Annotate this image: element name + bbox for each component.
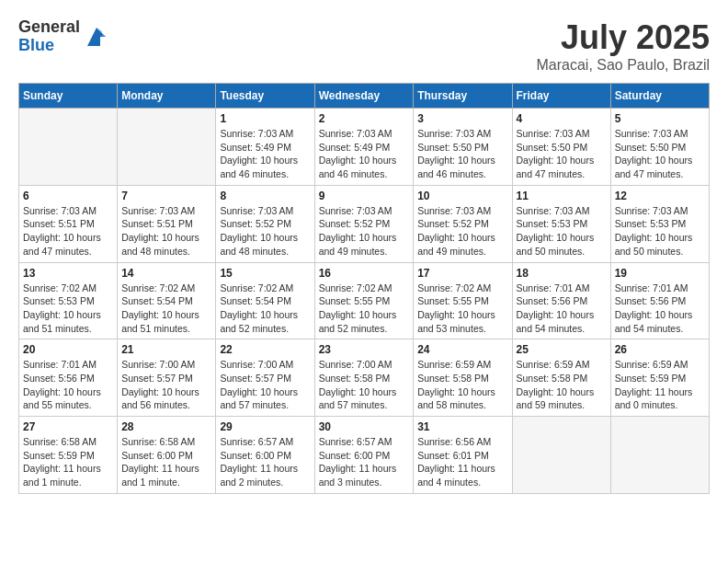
calendar-cell: 8Sunrise: 7:03 AMSunset: 5:52 PMDaylight…	[216, 185, 314, 262]
calendar-cell: 22Sunrise: 7:00 AMSunset: 5:57 PMDayligh…	[216, 339, 314, 417]
day-number: 14	[121, 267, 211, 280]
calendar-cell: 6Sunrise: 7:03 AMSunset: 5:51 PMDaylight…	[19, 185, 118, 262]
week-row-5: 27Sunrise: 6:58 AMSunset: 5:59 PMDayligh…	[19, 417, 710, 494]
calendar-cell: 18Sunrise: 7:01 AMSunset: 5:56 PMDayligh…	[512, 262, 610, 339]
day-number: 16	[319, 267, 410, 280]
calendar-cell: 30Sunrise: 6:57 AMSunset: 6:00 PMDayligh…	[314, 417, 414, 494]
calendar-cell: 5Sunrise: 7:03 AMSunset: 5:50 PMDaylight…	[610, 109, 709, 186]
calendar-cell: 27Sunrise: 6:58 AMSunset: 5:59 PMDayligh…	[19, 417, 118, 494]
day-number: 28	[121, 420, 211, 433]
calendar-cell: 16Sunrise: 7:02 AMSunset: 5:55 PMDayligh…	[314, 262, 414, 339]
week-row-1: 1Sunrise: 7:03 AMSunset: 5:49 PMDaylight…	[19, 109, 710, 186]
calendar-subtitle: Maracai, Sao Paulo, Brazil	[536, 57, 710, 74]
calendar-cell: 31Sunrise: 6:56 AMSunset: 6:01 PMDayligh…	[414, 417, 512, 494]
day-number: 30	[319, 420, 410, 433]
day-number: 18	[517, 267, 607, 280]
calendar-cell: 1Sunrise: 7:03 AMSunset: 5:49 PMDaylight…	[216, 109, 314, 186]
day-info: Sunrise: 7:02 AMSunset: 5:54 PMDaylight:…	[220, 282, 310, 336]
day-number: 2	[319, 112, 410, 125]
day-number: 6	[23, 190, 113, 202]
day-info: Sunrise: 7:02 AMSunset: 5:55 PMDaylight:…	[417, 282, 507, 336]
week-row-3: 13Sunrise: 7:02 AMSunset: 5:53 PMDayligh…	[19, 262, 710, 339]
calendar-cell: 20Sunrise: 7:01 AMSunset: 5:56 PMDayligh…	[19, 339, 118, 417]
weekday-header-sunday: Sunday	[19, 84, 118, 109]
day-info: Sunrise: 6:58 AMSunset: 5:59 PMDaylight:…	[23, 435, 113, 489]
day-number: 26	[615, 343, 705, 356]
weekday-header-friday: Friday	[512, 84, 610, 109]
day-number: 19	[615, 267, 705, 280]
calendar-cell	[118, 109, 216, 186]
calendar-cell	[19, 109, 118, 186]
calendar-cell: 11Sunrise: 7:03 AMSunset: 5:53 PMDayligh…	[512, 185, 610, 262]
day-number: 15	[220, 267, 310, 280]
day-number: 10	[417, 190, 507, 202]
day-info: Sunrise: 7:01 AMSunset: 5:56 PMDaylight:…	[23, 358, 113, 412]
calendar-cell: 4Sunrise: 7:03 AMSunset: 5:50 PMDaylight…	[512, 109, 610, 186]
day-number: 11	[517, 190, 607, 202]
day-info: Sunrise: 7:03 AMSunset: 5:50 PMDaylight:…	[517, 127, 607, 181]
calendar-cell: 28Sunrise: 6:58 AMSunset: 6:00 PMDayligh…	[118, 417, 216, 494]
day-number: 12	[615, 190, 705, 202]
calendar-cell: 9Sunrise: 7:03 AMSunset: 5:52 PMDaylight…	[314, 185, 414, 262]
day-number: 13	[23, 267, 113, 280]
calendar-cell	[512, 417, 610, 494]
day-number: 21	[121, 343, 211, 356]
day-info: Sunrise: 7:03 AMSunset: 5:51 PMDaylight:…	[121, 204, 211, 259]
day-number: 31	[417, 420, 507, 433]
logo-general-text: General	[18, 18, 80, 37]
calendar-body: 1Sunrise: 7:03 AMSunset: 5:49 PMDaylight…	[19, 109, 710, 494]
day-number: 9	[319, 190, 410, 202]
day-info: Sunrise: 7:03 AMSunset: 5:49 PMDaylight:…	[319, 127, 410, 181]
logo-blue-text: Blue	[18, 37, 80, 55]
weekday-header-wednesday: Wednesday	[314, 84, 414, 109]
day-number: 4	[517, 112, 607, 125]
day-number: 20	[23, 343, 113, 356]
page-header: General Blue July 2025 Maracai, Sao Paul…	[18, 18, 710, 74]
calendar-cell: 24Sunrise: 6:59 AMSunset: 5:58 PMDayligh…	[414, 339, 512, 417]
calendar-header: SundayMondayTuesdayWednesdayThursdayFrid…	[19, 84, 710, 109]
logo-icon	[84, 24, 109, 50]
day-number: 25	[517, 343, 607, 356]
calendar-cell: 2Sunrise: 7:03 AMSunset: 5:49 PMDaylight…	[314, 109, 414, 186]
calendar-cell: 15Sunrise: 7:02 AMSunset: 5:54 PMDayligh…	[216, 262, 314, 339]
day-info: Sunrise: 7:02 AMSunset: 5:55 PMDaylight:…	[319, 282, 410, 336]
day-info: Sunrise: 7:03 AMSunset: 5:51 PMDaylight:…	[23, 204, 113, 259]
day-info: Sunrise: 7:02 AMSunset: 5:53 PMDaylight:…	[23, 282, 113, 336]
week-row-2: 6Sunrise: 7:03 AMSunset: 5:51 PMDaylight…	[19, 185, 710, 262]
day-info: Sunrise: 6:56 AMSunset: 6:01 PMDaylight:…	[417, 435, 507, 489]
calendar-cell: 21Sunrise: 7:00 AMSunset: 5:57 PMDayligh…	[118, 339, 216, 417]
day-number: 27	[23, 420, 113, 433]
calendar-cell: 17Sunrise: 7:02 AMSunset: 5:55 PMDayligh…	[414, 262, 512, 339]
day-info: Sunrise: 7:02 AMSunset: 5:54 PMDaylight:…	[121, 282, 211, 336]
day-info: Sunrise: 6:58 AMSunset: 6:00 PMDaylight:…	[121, 435, 211, 489]
calendar-cell: 29Sunrise: 6:57 AMSunset: 6:00 PMDayligh…	[216, 417, 314, 494]
day-number: 5	[615, 112, 705, 125]
weekday-header-saturday: Saturday	[610, 84, 709, 109]
day-info: Sunrise: 7:03 AMSunset: 5:52 PMDaylight:…	[319, 204, 410, 259]
day-number: 3	[417, 112, 507, 125]
day-info: Sunrise: 6:59 AMSunset: 5:58 PMDaylight:…	[517, 358, 607, 412]
calendar-table: SundayMondayTuesdayWednesdayThursdayFrid…	[18, 83, 710, 494]
logo-text: General Blue	[18, 18, 80, 55]
week-row-4: 20Sunrise: 7:01 AMSunset: 5:56 PMDayligh…	[19, 339, 710, 417]
day-info: Sunrise: 6:59 AMSunset: 5:59 PMDaylight:…	[615, 358, 705, 412]
day-info: Sunrise: 7:03 AMSunset: 5:52 PMDaylight:…	[417, 204, 507, 259]
day-info: Sunrise: 7:00 AMSunset: 5:57 PMDaylight:…	[121, 358, 211, 412]
day-number: 23	[319, 343, 410, 356]
calendar-cell: 23Sunrise: 7:00 AMSunset: 5:58 PMDayligh…	[314, 339, 414, 417]
calendar-cell: 13Sunrise: 7:02 AMSunset: 5:53 PMDayligh…	[19, 262, 118, 339]
day-info: Sunrise: 7:00 AMSunset: 5:57 PMDaylight:…	[220, 358, 310, 412]
day-info: Sunrise: 7:03 AMSunset: 5:52 PMDaylight:…	[220, 204, 310, 259]
calendar-cell: 19Sunrise: 7:01 AMSunset: 5:56 PMDayligh…	[610, 262, 709, 339]
day-number: 1	[220, 112, 310, 125]
calendar-title: July 2025	[536, 18, 710, 57]
calendar-cell: 26Sunrise: 6:59 AMSunset: 5:59 PMDayligh…	[610, 339, 709, 417]
day-info: Sunrise: 7:01 AMSunset: 5:56 PMDaylight:…	[517, 282, 607, 336]
logo: General Blue	[18, 18, 109, 55]
day-info: Sunrise: 6:59 AMSunset: 5:58 PMDaylight:…	[417, 358, 507, 412]
day-info: Sunrise: 6:57 AMSunset: 6:00 PMDaylight:…	[319, 435, 410, 489]
day-info: Sunrise: 7:03 AMSunset: 5:53 PMDaylight:…	[517, 204, 607, 259]
calendar-cell: 14Sunrise: 7:02 AMSunset: 5:54 PMDayligh…	[118, 262, 216, 339]
day-number: 17	[417, 267, 507, 280]
day-info: Sunrise: 7:03 AMSunset: 5:50 PMDaylight:…	[615, 127, 705, 181]
